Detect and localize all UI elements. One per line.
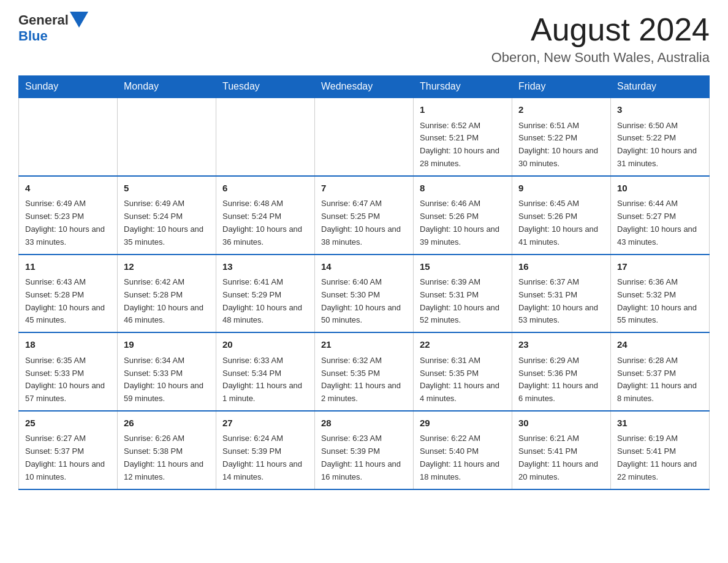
day-number: 19 [124, 338, 210, 352]
day-info: Sunrise: 6:36 AMSunset: 5:32 PMDaylight:… [617, 276, 703, 327]
calendar-cell: 4Sunrise: 6:49 AMSunset: 5:23 PMDaylight… [19, 176, 118, 255]
logo-general-text: General [18, 12, 69, 28]
header-day-thursday: Thursday [414, 76, 512, 98]
calendar-cell: 10Sunrise: 6:44 AMSunset: 5:27 PMDayligh… [611, 176, 710, 255]
calendar-cell: 6Sunrise: 6:48 AMSunset: 5:24 PMDaylight… [216, 176, 315, 255]
day-number: 25 [25, 416, 111, 431]
calendar-cell: 31Sunrise: 6:19 AMSunset: 5:41 PMDayligh… [611, 411, 710, 489]
calendar-header-row: SundayMondayTuesdayWednesdayThursdayFrid… [19, 76, 710, 98]
calendar-cell: 17Sunrise: 6:36 AMSunset: 5:32 PMDayligh… [611, 255, 710, 333]
calendar-cell: 1Sunrise: 6:52 AMSunset: 5:21 PMDaylight… [414, 98, 512, 176]
day-number: 1 [420, 103, 506, 117]
calendar-cell: 13Sunrise: 6:41 AMSunset: 5:29 PMDayligh… [216, 255, 315, 333]
day-info: Sunrise: 6:50 AMSunset: 5:22 PMDaylight:… [617, 120, 703, 170]
day-number: 27 [222, 416, 308, 431]
calendar-week-row: 11Sunrise: 6:43 AMSunset: 5:28 PMDayligh… [19, 255, 710, 333]
day-info: Sunrise: 6:24 AMSunset: 5:39 PMDaylight:… [222, 432, 308, 483]
header-day-friday: Friday [512, 76, 611, 98]
logo-blue-text: Blue [18, 28, 48, 44]
day-info: Sunrise: 6:21 AMSunset: 5:41 PMDaylight:… [518, 432, 604, 483]
calendar-week-row: 4Sunrise: 6:49 AMSunset: 5:23 PMDaylight… [19, 176, 710, 255]
calendar-week-row: 25Sunrise: 6:27 AMSunset: 5:37 PMDayligh… [19, 411, 710, 489]
day-info: Sunrise: 6:48 AMSunset: 5:24 PMDaylight:… [222, 197, 308, 248]
day-info: Sunrise: 6:32 AMSunset: 5:35 PMDaylight:… [321, 354, 407, 405]
day-number: 24 [617, 338, 703, 352]
calendar-cell: 15Sunrise: 6:39 AMSunset: 5:31 PMDayligh… [414, 255, 512, 333]
day-number: 31 [617, 416, 703, 431]
month-title: August 2024 [491, 12, 710, 47]
day-info: Sunrise: 6:49 AMSunset: 5:24 PMDaylight:… [124, 197, 210, 248]
calendar-cell: 14Sunrise: 6:40 AMSunset: 5:30 PMDayligh… [315, 255, 414, 333]
calendar-cell: 18Sunrise: 6:35 AMSunset: 5:33 PMDayligh… [19, 332, 118, 411]
day-number: 13 [222, 260, 308, 274]
day-info: Sunrise: 6:35 AMSunset: 5:33 PMDaylight:… [25, 354, 111, 405]
day-info: Sunrise: 6:43 AMSunset: 5:28 PMDaylight:… [25, 276, 111, 327]
calendar-table: SundayMondayTuesdayWednesdayThursdayFrid… [18, 75, 710, 489]
day-info: Sunrise: 6:27 AMSunset: 5:37 PMDaylight:… [25, 432, 111, 483]
header-day-saturday: Saturday [611, 76, 710, 98]
calendar-cell: 21Sunrise: 6:32 AMSunset: 5:35 PMDayligh… [315, 332, 414, 411]
calendar-cell: 28Sunrise: 6:23 AMSunset: 5:39 PMDayligh… [315, 411, 414, 489]
header-day-wednesday: Wednesday [315, 76, 414, 98]
day-number: 30 [518, 416, 604, 431]
day-info: Sunrise: 6:22 AMSunset: 5:40 PMDaylight:… [420, 432, 506, 483]
calendar-cell: 7Sunrise: 6:47 AMSunset: 5:25 PMDaylight… [315, 176, 414, 255]
day-number: 17 [617, 260, 703, 274]
day-info: Sunrise: 6:41 AMSunset: 5:29 PMDaylight:… [222, 276, 308, 327]
day-info: Sunrise: 6:39 AMSunset: 5:31 PMDaylight:… [420, 276, 506, 327]
logo: General Blue [18, 12, 88, 44]
calendar-cell: 3Sunrise: 6:50 AMSunset: 5:22 PMDaylight… [611, 98, 710, 176]
calendar-cell [216, 98, 315, 176]
calendar-week-row: 1Sunrise: 6:52 AMSunset: 5:21 PMDaylight… [19, 98, 710, 176]
day-number: 16 [518, 260, 604, 274]
header-day-tuesday: Tuesday [216, 76, 315, 98]
day-number: 28 [321, 416, 407, 431]
calendar-cell: 5Sunrise: 6:49 AMSunset: 5:24 PMDaylight… [118, 176, 216, 255]
day-number: 22 [420, 338, 506, 352]
day-number: 9 [518, 182, 604, 196]
day-info: Sunrise: 6:29 AMSunset: 5:36 PMDaylight:… [518, 354, 604, 405]
day-number: 14 [321, 260, 407, 274]
calendar-cell [118, 98, 216, 176]
day-info: Sunrise: 6:42 AMSunset: 5:28 PMDaylight:… [124, 276, 210, 327]
day-number: 29 [420, 416, 506, 431]
calendar-cell: 29Sunrise: 6:22 AMSunset: 5:40 PMDayligh… [414, 411, 512, 489]
header-day-monday: Monday [118, 76, 216, 98]
page-header: General Blue August 2024 Oberon, New Sou… [18, 12, 710, 66]
calendar-cell: 8Sunrise: 6:46 AMSunset: 5:26 PMDaylight… [414, 176, 512, 255]
calendar-cell: 30Sunrise: 6:21 AMSunset: 5:41 PMDayligh… [512, 411, 611, 489]
day-info: Sunrise: 6:46 AMSunset: 5:26 PMDaylight:… [420, 197, 506, 248]
day-number: 12 [124, 260, 210, 274]
day-info: Sunrise: 6:33 AMSunset: 5:34 PMDaylight:… [222, 354, 308, 405]
svg-marker-0 [70, 12, 88, 28]
day-number: 23 [518, 338, 604, 352]
day-number: 2 [518, 103, 604, 117]
day-info: Sunrise: 6:52 AMSunset: 5:21 PMDaylight:… [420, 120, 506, 170]
day-number: 18 [25, 338, 111, 352]
calendar-cell: 27Sunrise: 6:24 AMSunset: 5:39 PMDayligh… [216, 411, 315, 489]
calendar-cell: 20Sunrise: 6:33 AMSunset: 5:34 PMDayligh… [216, 332, 315, 411]
calendar-week-row: 18Sunrise: 6:35 AMSunset: 5:33 PMDayligh… [19, 332, 710, 411]
calendar-cell: 24Sunrise: 6:28 AMSunset: 5:37 PMDayligh… [611, 332, 710, 411]
day-info: Sunrise: 6:51 AMSunset: 5:22 PMDaylight:… [518, 120, 604, 170]
day-number: 6 [222, 182, 308, 196]
calendar-cell: 9Sunrise: 6:45 AMSunset: 5:26 PMDaylight… [512, 176, 611, 255]
calendar-cell: 12Sunrise: 6:42 AMSunset: 5:28 PMDayligh… [118, 255, 216, 333]
day-info: Sunrise: 6:31 AMSunset: 5:35 PMDaylight:… [420, 354, 506, 405]
day-number: 8 [420, 182, 506, 196]
calendar-cell [19, 98, 118, 176]
day-info: Sunrise: 6:47 AMSunset: 5:25 PMDaylight:… [321, 197, 407, 248]
day-number: 5 [124, 182, 210, 196]
title-section: August 2024 Oberon, New South Wales, Aus… [491, 12, 710, 66]
day-number: 15 [420, 260, 506, 274]
day-info: Sunrise: 6:34 AMSunset: 5:33 PMDaylight:… [124, 354, 210, 405]
day-number: 4 [25, 182, 111, 196]
day-number: 11 [25, 260, 111, 274]
calendar-cell: 22Sunrise: 6:31 AMSunset: 5:35 PMDayligh… [414, 332, 512, 411]
day-info: Sunrise: 6:44 AMSunset: 5:27 PMDaylight:… [617, 197, 703, 248]
day-info: Sunrise: 6:45 AMSunset: 5:26 PMDaylight:… [518, 197, 604, 248]
header-day-sunday: Sunday [19, 76, 118, 98]
day-number: 10 [617, 182, 703, 196]
calendar-cell: 26Sunrise: 6:26 AMSunset: 5:38 PMDayligh… [118, 411, 216, 489]
day-number: 20 [222, 338, 308, 352]
